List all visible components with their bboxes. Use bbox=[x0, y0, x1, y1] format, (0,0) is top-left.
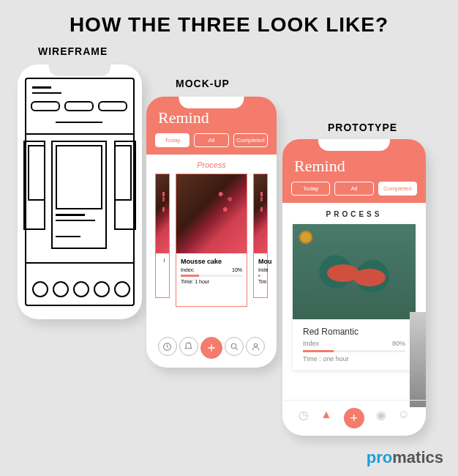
card-title: Mousse cake bbox=[181, 258, 242, 265]
wireframe-label: WIREFRAME bbox=[38, 45, 108, 57]
svg-point-1 bbox=[231, 343, 236, 349]
card-partial-right: Mou Inde Tim bbox=[253, 174, 268, 298]
prototype-label: PROTOTYPE bbox=[328, 122, 397, 133]
clock-icon[interactable] bbox=[158, 337, 177, 356]
tab-today[interactable]: Today bbox=[155, 133, 189, 147]
tab-all[interactable]: All bbox=[194, 133, 228, 147]
card-partial-left: i bbox=[155, 174, 170, 298]
search-icon[interactable] bbox=[225, 337, 244, 356]
tab-completed[interactable]: Completed bbox=[233, 133, 268, 147]
recipe-card[interactable]: Red Romantic Index80% Time : one hour bbox=[293, 224, 416, 370]
notch bbox=[179, 97, 244, 108]
clock-icon[interactable]: ◷ bbox=[299, 408, 309, 428]
add-button[interactable]: + bbox=[344, 408, 364, 428]
svg-point-2 bbox=[254, 343, 257, 346]
mockup-phone: Remind Today All Completed Process i Mou… bbox=[146, 97, 277, 368]
tab-bar: Today All Completed bbox=[155, 133, 268, 147]
bell-icon[interactable]: ▲ bbox=[320, 408, 332, 428]
bottom-nav: ◷ ▲ + ◉ ☺ bbox=[282, 400, 426, 428]
wireframe-phone bbox=[18, 64, 142, 319]
mockup-label: MOCK-UP bbox=[176, 78, 230, 89]
profile-icon[interactable]: ☺ bbox=[398, 408, 410, 428]
app-title: Remind bbox=[294, 157, 417, 176]
tab-all[interactable]: All bbox=[334, 182, 373, 196]
profile-icon[interactable] bbox=[246, 337, 265, 356]
progress-bar bbox=[303, 350, 405, 352]
card-image bbox=[176, 174, 247, 253]
add-button[interactable] bbox=[200, 337, 222, 359]
card-title: Red Romantic bbox=[303, 327, 405, 337]
tab-today[interactable]: Today bbox=[291, 182, 330, 196]
section-process: Process bbox=[146, 155, 277, 174]
comparison-stage: WIREFRAME MOCK-UP PROTOTYPE bbox=[0, 42, 458, 453]
bottom-nav bbox=[146, 337, 277, 359]
card-info: Red Romantic Index80% Time : one hour bbox=[293, 319, 416, 370]
promatics-logo: promatics bbox=[367, 448, 443, 467]
app-title: Remind bbox=[158, 108, 268, 127]
tab-bar: Today All Completed bbox=[291, 182, 417, 196]
wireframe-screen bbox=[25, 78, 135, 306]
section-process: PROCESS bbox=[282, 203, 426, 224]
card-image bbox=[293, 224, 416, 319]
card-carousel[interactable]: i Mousse cake Index:10% Time: 1 hour Mou… bbox=[146, 174, 277, 307]
search-icon[interactable]: ◉ bbox=[376, 408, 386, 428]
card-partial-right bbox=[410, 312, 426, 407]
notch bbox=[49, 64, 111, 76]
card-info: Mousse cake Index:10% Time: 1 hour bbox=[176, 253, 247, 289]
main-title: HOW THE THREE LOOK LIKE? bbox=[0, 0, 458, 42]
bell-icon[interactable] bbox=[179, 337, 198, 356]
prototype-phone: Remind Today All Completed PROCESS Red R… bbox=[282, 139, 426, 436]
progress-bar bbox=[181, 275, 242, 277]
notch bbox=[318, 139, 390, 151]
tab-completed[interactable]: Completed bbox=[378, 182, 417, 196]
recipe-card[interactable]: Mousse cake Index:10% Time: 1 hour bbox=[176, 174, 247, 307]
